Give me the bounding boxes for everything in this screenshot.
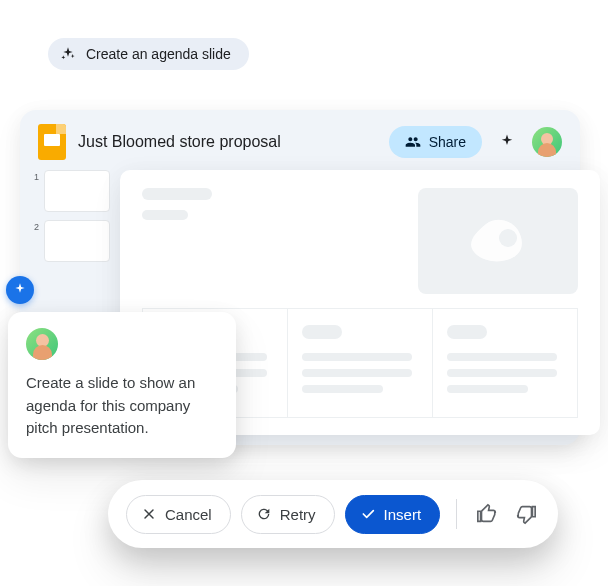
svg-point-0 <box>499 229 517 247</box>
placeholder-subtitle <box>142 210 188 220</box>
grid-cell <box>287 308 432 418</box>
cancel-button[interactable]: Cancel <box>126 495 231 534</box>
thumbs-up-icon <box>476 503 498 525</box>
ai-badge[interactable] <box>6 276 34 304</box>
check-icon <box>360 506 376 522</box>
document-title[interactable]: Just Bloomed store proposal <box>78 133 377 151</box>
app-header: Just Bloomed store proposal Share <box>20 110 580 170</box>
slide-number: 2 <box>34 220 39 232</box>
slide-thumbnail[interactable]: 1 <box>34 170 112 212</box>
user-avatar[interactable] <box>532 127 562 157</box>
slide-preview <box>44 170 110 212</box>
cancel-button-label: Cancel <box>165 506 212 523</box>
placeholder-line <box>447 353 557 361</box>
retry-button-label: Retry <box>280 506 316 523</box>
slide-preview <box>44 220 110 262</box>
canvas-title-area <box>142 188 404 294</box>
divider <box>456 499 457 529</box>
placeholder-line <box>302 385 383 393</box>
spark-icon <box>12 282 28 298</box>
refresh-icon <box>256 506 272 522</box>
slide-thumbnail[interactable]: 2 <box>34 220 112 262</box>
retry-button[interactable]: Retry <box>241 495 335 534</box>
placeholder-line <box>447 369 557 377</box>
slide-number: 1 <box>34 170 39 182</box>
placeholder-line <box>302 369 412 377</box>
people-icon <box>405 134 421 150</box>
suggestion-chip[interactable]: Create an agenda slide <box>48 38 249 70</box>
suggestion-chip-label: Create an agenda slide <box>86 46 231 62</box>
insert-button-label: Insert <box>384 506 422 523</box>
thumbnail-rail: 1 2 <box>34 170 112 262</box>
canvas-header-row <box>142 188 578 294</box>
placeholder-heading <box>302 325 342 339</box>
thumbs-down-icon <box>515 503 537 525</box>
prompt-card: Create a slide to show an agenda for thi… <box>8 312 236 458</box>
close-icon <box>141 506 157 522</box>
thumbs-up-button[interactable] <box>473 497 502 531</box>
placeholder-title <box>142 188 212 200</box>
placeholder-line <box>302 353 412 361</box>
share-button-label: Share <box>429 134 466 150</box>
share-button[interactable]: Share <box>389 126 482 158</box>
gemini-button[interactable] <box>494 129 520 155</box>
spark-icon <box>498 133 516 151</box>
placeholder-image <box>418 188 578 294</box>
thumbs-down-button[interactable] <box>511 497 540 531</box>
placeholder-line <box>447 385 528 393</box>
prompt-text: Create a slide to show an agenda for thi… <box>26 372 218 440</box>
slides-logo-icon <box>38 124 66 160</box>
spark-icon <box>60 46 76 62</box>
insert-button[interactable]: Insert <box>345 495 441 534</box>
user-avatar <box>26 328 58 360</box>
grid-cell <box>432 308 578 418</box>
action-bar: Cancel Retry Insert <box>108 480 558 548</box>
placeholder-heading <box>447 325 487 339</box>
blob-icon <box>466 218 530 264</box>
